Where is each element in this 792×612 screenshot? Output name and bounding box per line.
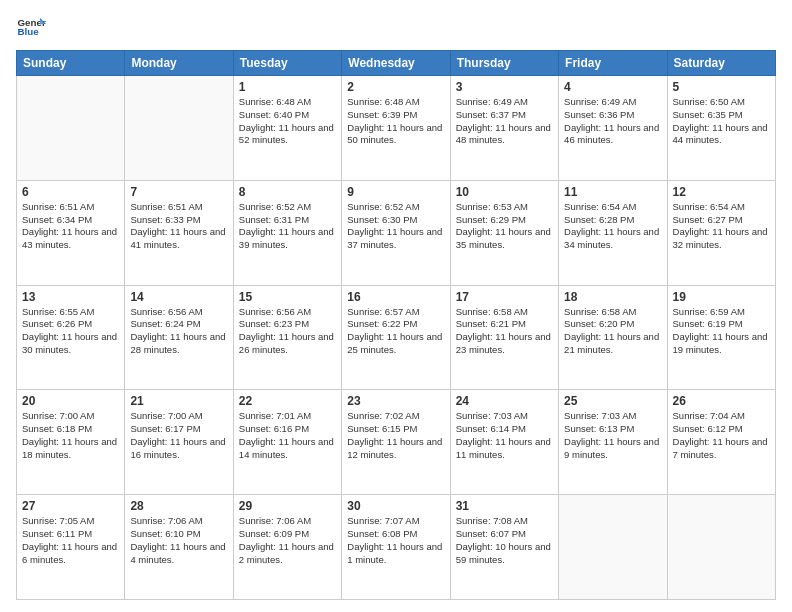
calendar-cell: 27Sunrise: 7:05 AMSunset: 6:11 PMDayligh… — [17, 495, 125, 600]
day-info: Sunrise: 6:51 AMSunset: 6:33 PMDaylight:… — [130, 201, 227, 252]
calendar-cell — [17, 76, 125, 181]
day-number: 24 — [456, 394, 553, 408]
calendar-cell: 1Sunrise: 6:48 AMSunset: 6:40 PMDaylight… — [233, 76, 341, 181]
day-info: Sunrise: 6:50 AMSunset: 6:35 PMDaylight:… — [673, 96, 770, 147]
day-number: 17 — [456, 290, 553, 304]
day-info: Sunrise: 6:55 AMSunset: 6:26 PMDaylight:… — [22, 306, 119, 357]
calendar-cell: 10Sunrise: 6:53 AMSunset: 6:29 PMDayligh… — [450, 180, 558, 285]
calendar-week-row: 6Sunrise: 6:51 AMSunset: 6:34 PMDaylight… — [17, 180, 776, 285]
day-info: Sunrise: 6:49 AMSunset: 6:36 PMDaylight:… — [564, 96, 661, 147]
day-info: Sunrise: 6:49 AMSunset: 6:37 PMDaylight:… — [456, 96, 553, 147]
day-number: 19 — [673, 290, 770, 304]
calendar-cell: 7Sunrise: 6:51 AMSunset: 6:33 PMDaylight… — [125, 180, 233, 285]
day-info: Sunrise: 7:02 AMSunset: 6:15 PMDaylight:… — [347, 410, 444, 461]
calendar-cell: 20Sunrise: 7:00 AMSunset: 6:18 PMDayligh… — [17, 390, 125, 495]
day-number: 26 — [673, 394, 770, 408]
weekday-header-thursday: Thursday — [450, 51, 558, 76]
day-number: 14 — [130, 290, 227, 304]
calendar-cell: 5Sunrise: 6:50 AMSunset: 6:35 PMDaylight… — [667, 76, 775, 181]
day-number: 2 — [347, 80, 444, 94]
calendar-cell: 12Sunrise: 6:54 AMSunset: 6:27 PMDayligh… — [667, 180, 775, 285]
day-number: 4 — [564, 80, 661, 94]
calendar-cell: 22Sunrise: 7:01 AMSunset: 6:16 PMDayligh… — [233, 390, 341, 495]
day-number: 31 — [456, 499, 553, 513]
weekday-header-saturday: Saturday — [667, 51, 775, 76]
day-number: 7 — [130, 185, 227, 199]
day-number: 10 — [456, 185, 553, 199]
weekday-header-wednesday: Wednesday — [342, 51, 450, 76]
day-info: Sunrise: 6:58 AMSunset: 6:20 PMDaylight:… — [564, 306, 661, 357]
calendar-cell: 2Sunrise: 6:48 AMSunset: 6:39 PMDaylight… — [342, 76, 450, 181]
calendar-cell: 25Sunrise: 7:03 AMSunset: 6:13 PMDayligh… — [559, 390, 667, 495]
day-info: Sunrise: 7:01 AMSunset: 6:16 PMDaylight:… — [239, 410, 336, 461]
day-info: Sunrise: 7:00 AMSunset: 6:18 PMDaylight:… — [22, 410, 119, 461]
calendar-week-row: 20Sunrise: 7:00 AMSunset: 6:18 PMDayligh… — [17, 390, 776, 495]
calendar-cell: 29Sunrise: 7:06 AMSunset: 6:09 PMDayligh… — [233, 495, 341, 600]
page: General Blue SundayMondayTuesdayWednesda… — [0, 0, 792, 612]
calendar-week-row: 1Sunrise: 6:48 AMSunset: 6:40 PMDaylight… — [17, 76, 776, 181]
calendar-week-row: 13Sunrise: 6:55 AMSunset: 6:26 PMDayligh… — [17, 285, 776, 390]
day-number: 23 — [347, 394, 444, 408]
calendar-cell: 26Sunrise: 7:04 AMSunset: 6:12 PMDayligh… — [667, 390, 775, 495]
day-info: Sunrise: 7:06 AMSunset: 6:09 PMDaylight:… — [239, 515, 336, 566]
day-number: 28 — [130, 499, 227, 513]
calendar-cell: 3Sunrise: 6:49 AMSunset: 6:37 PMDaylight… — [450, 76, 558, 181]
day-number: 8 — [239, 185, 336, 199]
day-info: Sunrise: 6:58 AMSunset: 6:21 PMDaylight:… — [456, 306, 553, 357]
weekday-header-monday: Monday — [125, 51, 233, 76]
day-number: 12 — [673, 185, 770, 199]
day-info: Sunrise: 7:04 AMSunset: 6:12 PMDaylight:… — [673, 410, 770, 461]
calendar-cell: 16Sunrise: 6:57 AMSunset: 6:22 PMDayligh… — [342, 285, 450, 390]
calendar-cell: 24Sunrise: 7:03 AMSunset: 6:14 PMDayligh… — [450, 390, 558, 495]
day-number: 30 — [347, 499, 444, 513]
day-number: 13 — [22, 290, 119, 304]
calendar-cell: 19Sunrise: 6:59 AMSunset: 6:19 PMDayligh… — [667, 285, 775, 390]
day-info: Sunrise: 7:07 AMSunset: 6:08 PMDaylight:… — [347, 515, 444, 566]
day-info: Sunrise: 6:53 AMSunset: 6:29 PMDaylight:… — [456, 201, 553, 252]
day-number: 22 — [239, 394, 336, 408]
calendar-week-row: 27Sunrise: 7:05 AMSunset: 6:11 PMDayligh… — [17, 495, 776, 600]
calendar-cell: 28Sunrise: 7:06 AMSunset: 6:10 PMDayligh… — [125, 495, 233, 600]
day-number: 20 — [22, 394, 119, 408]
day-info: Sunrise: 6:54 AMSunset: 6:28 PMDaylight:… — [564, 201, 661, 252]
day-number: 27 — [22, 499, 119, 513]
day-number: 15 — [239, 290, 336, 304]
calendar-cell: 30Sunrise: 7:07 AMSunset: 6:08 PMDayligh… — [342, 495, 450, 600]
day-info: Sunrise: 7:08 AMSunset: 6:07 PMDaylight:… — [456, 515, 553, 566]
day-number: 16 — [347, 290, 444, 304]
calendar-cell: 14Sunrise: 6:56 AMSunset: 6:24 PMDayligh… — [125, 285, 233, 390]
calendar-cell: 11Sunrise: 6:54 AMSunset: 6:28 PMDayligh… — [559, 180, 667, 285]
day-info: Sunrise: 7:03 AMSunset: 6:13 PMDaylight:… — [564, 410, 661, 461]
day-info: Sunrise: 6:56 AMSunset: 6:23 PMDaylight:… — [239, 306, 336, 357]
day-number: 11 — [564, 185, 661, 199]
header: General Blue — [16, 12, 776, 42]
day-number: 9 — [347, 185, 444, 199]
calendar-cell — [559, 495, 667, 600]
day-info: Sunrise: 6:48 AMSunset: 6:40 PMDaylight:… — [239, 96, 336, 147]
day-number: 29 — [239, 499, 336, 513]
calendar-cell: 15Sunrise: 6:56 AMSunset: 6:23 PMDayligh… — [233, 285, 341, 390]
day-number: 6 — [22, 185, 119, 199]
day-info: Sunrise: 7:03 AMSunset: 6:14 PMDaylight:… — [456, 410, 553, 461]
day-info: Sunrise: 6:59 AMSunset: 6:19 PMDaylight:… — [673, 306, 770, 357]
calendar-cell — [125, 76, 233, 181]
calendar-cell — [667, 495, 775, 600]
logo-icon: General Blue — [16, 12, 46, 42]
day-info: Sunrise: 6:54 AMSunset: 6:27 PMDaylight:… — [673, 201, 770, 252]
day-number: 21 — [130, 394, 227, 408]
day-number: 3 — [456, 80, 553, 94]
day-info: Sunrise: 7:06 AMSunset: 6:10 PMDaylight:… — [130, 515, 227, 566]
weekday-header-friday: Friday — [559, 51, 667, 76]
day-info: Sunrise: 7:00 AMSunset: 6:17 PMDaylight:… — [130, 410, 227, 461]
calendar-cell: 23Sunrise: 7:02 AMSunset: 6:15 PMDayligh… — [342, 390, 450, 495]
calendar-cell: 13Sunrise: 6:55 AMSunset: 6:26 PMDayligh… — [17, 285, 125, 390]
day-number: 18 — [564, 290, 661, 304]
day-info: Sunrise: 6:52 AMSunset: 6:30 PMDaylight:… — [347, 201, 444, 252]
calendar-cell: 8Sunrise: 6:52 AMSunset: 6:31 PMDaylight… — [233, 180, 341, 285]
day-number: 5 — [673, 80, 770, 94]
day-info: Sunrise: 6:56 AMSunset: 6:24 PMDaylight:… — [130, 306, 227, 357]
weekday-header-sunday: Sunday — [17, 51, 125, 76]
weekday-header-tuesday: Tuesday — [233, 51, 341, 76]
calendar-cell: 21Sunrise: 7:00 AMSunset: 6:17 PMDayligh… — [125, 390, 233, 495]
logo: General Blue — [16, 12, 46, 42]
